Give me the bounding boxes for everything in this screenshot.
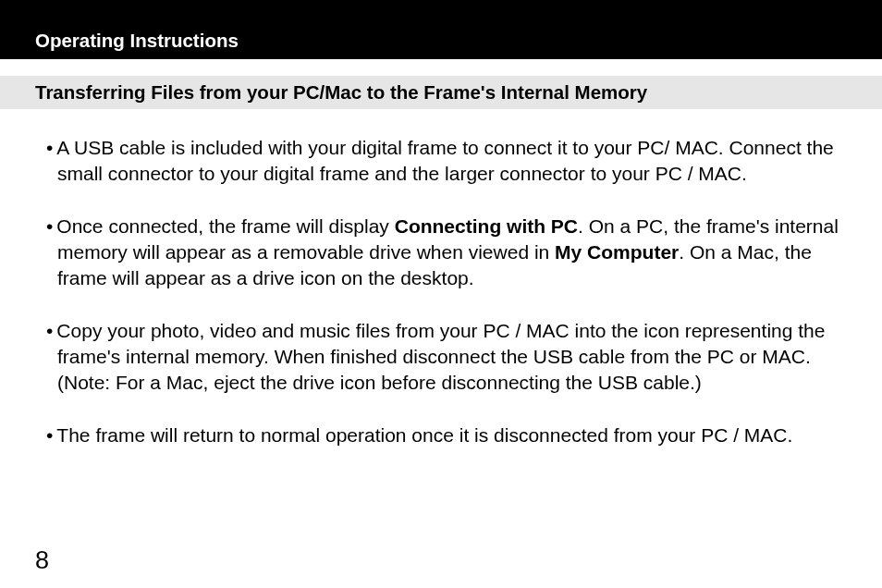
page-number: 8 (35, 546, 49, 575)
bullet-text: Copy your photo, video and music files f… (56, 320, 825, 394)
bullet-dot-icon: • (46, 215, 53, 237)
section-subheader: Transferring Files from your PC/Mac to t… (0, 76, 882, 109)
bullet-text: Once connected, the frame will display (56, 215, 394, 237)
bullet-text: A USB cable is included with your digita… (56, 137, 833, 184)
bold-text: Connecting with PC (395, 215, 578, 237)
bullet-item: •A USB cable is included with your digit… (35, 135, 854, 188)
bullet-item: •Copy your photo, video and music files … (35, 318, 854, 397)
bold-text: My Computer (555, 241, 679, 263)
content-area: •A USB cable is included with your digit… (0, 109, 882, 448)
bullet-dot-icon: • (46, 137, 53, 158)
bullet-item: •Once connected, the frame will display … (35, 214, 854, 292)
bullet-item: •The frame will return to normal operati… (35, 423, 854, 448)
page-header: Operating Instructions (0, 0, 882, 59)
bullet-text: The frame will return to normal operatio… (56, 424, 792, 446)
bullet-dot-icon: • (46, 320, 53, 341)
bullet-dot-icon: • (46, 424, 53, 446)
